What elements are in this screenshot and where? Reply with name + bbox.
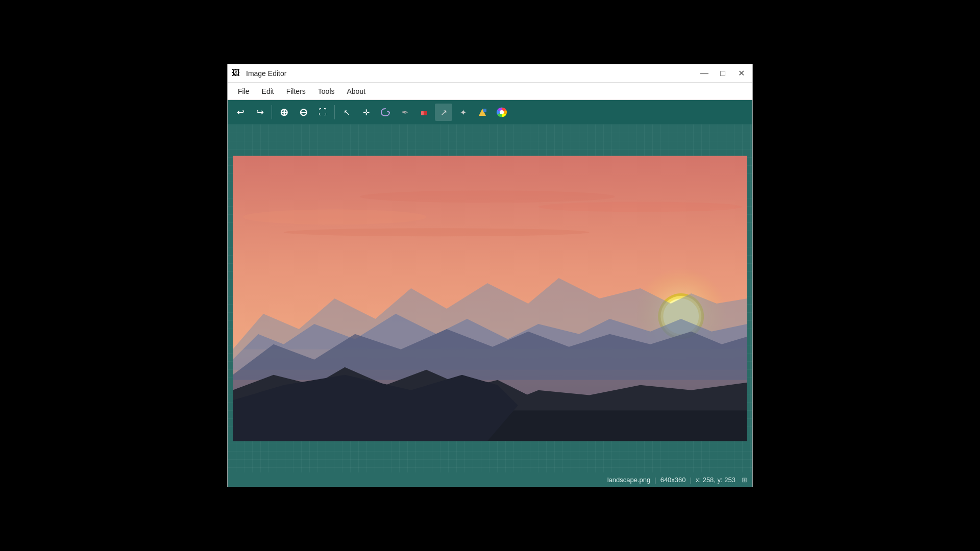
redo-button[interactable]: ↪ [251, 104, 268, 121]
svg-point-10 [284, 228, 590, 236]
shape-tool-button[interactable] [474, 104, 491, 121]
menu-bar: File Edit Filters Tools About [228, 83, 752, 100]
menu-about[interactable]: About [342, 85, 371, 97]
fit-button[interactable]: ⛶ [314, 104, 331, 121]
maximize-button[interactable]: □ [716, 66, 730, 81]
cursor-tool-button[interactable]: ↗ [435, 104, 452, 121]
svg-point-9 [538, 202, 742, 212]
menu-edit[interactable]: Edit [257, 85, 279, 97]
zoom-out-button[interactable]: ⊖ [295, 104, 312, 121]
title-bar-left: 🖼 Image Editor [232, 68, 286, 79]
status-filename: landscape.png [607, 476, 651, 484]
window-title: Image Editor [246, 69, 286, 78]
menu-file[interactable]: File [233, 85, 255, 97]
menu-tools[interactable]: Tools [313, 85, 340, 97]
pen-tool-button[interactable]: ✒ [396, 104, 413, 121]
canvas-image [233, 156, 747, 441]
toolbar-separator-2 [334, 105, 335, 119]
toolbar-separator-1 [272, 105, 272, 119]
svg-point-7 [243, 209, 426, 224]
status-coordinates: x: 258, y: 253 [696, 476, 736, 484]
undo-button[interactable]: ↩ [232, 104, 249, 121]
menu-filters[interactable]: Filters [281, 85, 311, 97]
status-dimensions: 640x360 [660, 476, 686, 484]
toolbar: ↩ ↪ ⊕ ⊖ ⛶ ↖ ✛ ✒ ↗ ✦ [228, 100, 752, 124]
lasso-tool-button[interactable] [377, 104, 394, 121]
eraser-tool-button[interactable] [415, 104, 433, 121]
move-tool-button[interactable]: ✛ [357, 104, 375, 121]
minimize-button[interactable]: — [697, 66, 712, 81]
magic-wand-button[interactable]: ✦ [454, 104, 472, 121]
window-controls: — □ ✕ [697, 66, 748, 81]
svg-rect-1 [421, 111, 424, 115]
svg-point-8 [360, 190, 615, 203]
svg-point-5 [500, 110, 504, 114]
status-icon: ⊞ [742, 476, 747, 484]
close-button[interactable]: ✕ [734, 66, 748, 81]
title-bar: 🖼 Image Editor — □ ✕ [228, 64, 752, 83]
status-bar: landscape.png | 640x360 | x: 258, y: 253… [228, 472, 752, 487]
svg-rect-3 [483, 109, 486, 112]
select-tool-button[interactable]: ↖ [338, 104, 355, 121]
canvas-area [228, 124, 752, 472]
main-window: 🖼 Image Editor — □ ✕ File Edit Filters T… [227, 64, 753, 487]
color-wheel-button[interactable] [493, 104, 510, 121]
zoom-in-button[interactable]: ⊕ [275, 104, 292, 121]
app-icon: 🖼 [232, 68, 242, 79]
canvas-scroll[interactable] [228, 124, 752, 472]
